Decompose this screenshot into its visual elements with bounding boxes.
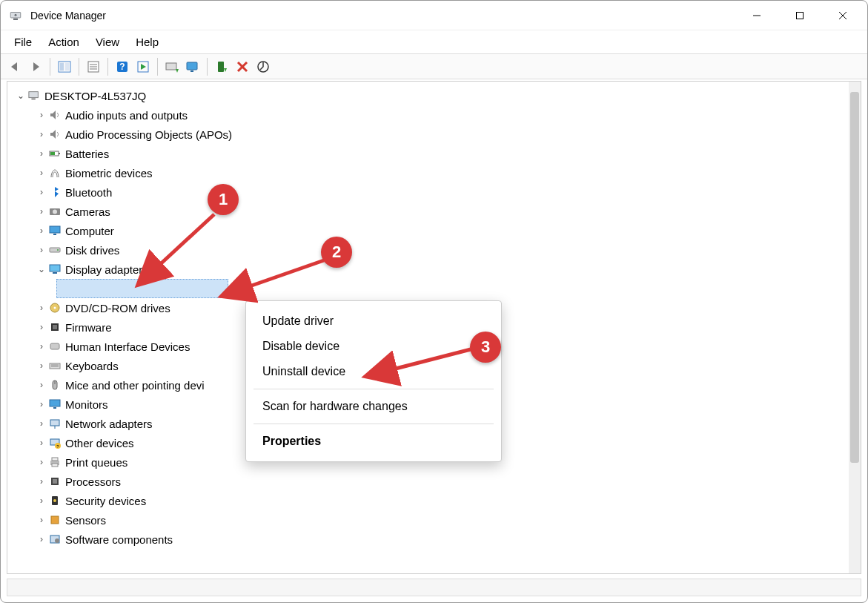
- svg-rect-27: [59, 153, 60, 154]
- tree-node-label: Sensors: [65, 515, 106, 526]
- hid-icon: [47, 340, 62, 352]
- cm-update-driver[interactable]: Update driver: [246, 309, 501, 334]
- tree-child-selected[interactable]: [15, 279, 861, 298]
- question-icon: ?: [47, 437, 62, 449]
- expand-icon[interactable]: ›: [36, 303, 47, 312]
- expand-icon[interactable]: ›: [36, 496, 47, 505]
- display-icon: [47, 263, 62, 275]
- help-button[interactable]: ?: [113, 57, 132, 76]
- monitor-icon: [47, 225, 62, 237]
- svg-rect-9: [65, 62, 69, 70]
- expand-icon[interactable]: ›: [36, 458, 47, 467]
- tree-node[interactable]: ›Disk drives: [15, 240, 861, 260]
- expand-icon[interactable]: ›: [36, 188, 47, 197]
- svg-rect-54: [52, 458, 58, 461]
- tree-root-node[interactable]: ⌄ DESKTOP-4L537JQ: [15, 86, 861, 105]
- cm-disable-device[interactable]: Disable device: [246, 334, 501, 359]
- bluetooth-icon: [47, 186, 62, 198]
- expand-icon[interactable]: ›: [36, 342, 47, 351]
- tree-node[interactable]: ›Sensors: [15, 510, 861, 530]
- tree-node[interactable]: ›Software components: [15, 530, 861, 549]
- expand-icon[interactable]: ›: [36, 535, 47, 544]
- tree-node[interactable]: ›Batteries: [15, 144, 861, 163]
- back-button[interactable]: [5, 57, 24, 76]
- expand-icon[interactable]: ⌄: [36, 265, 47, 274]
- expand-icon[interactable]: ›: [36, 438, 47, 447]
- expand-icon[interactable]: ›: [36, 400, 47, 409]
- svg-rect-31: [50, 226, 60, 233]
- tree-node[interactable]: ›Cameras: [15, 202, 861, 221]
- tree-node[interactable]: ›Security devices: [15, 491, 861, 510]
- menu-action[interactable]: Action: [41, 33, 87, 51]
- scrollbar-thumb[interactable]: [850, 92, 859, 463]
- expand-icon[interactable]: ›: [36, 361, 47, 370]
- expand-icon[interactable]: ›: [36, 323, 47, 332]
- cm-properties[interactable]: Properties: [246, 429, 501, 454]
- maximize-button[interactable]: [778, 1, 821, 30]
- context-menu-separator: [254, 389, 494, 389]
- svg-point-34: [57, 249, 59, 251]
- tree-node[interactable]: ›Audio inputs and outputs: [15, 105, 861, 125]
- tree-node[interactable]: ›Processors: [15, 472, 861, 491]
- expand-icon[interactable]: ›: [36, 226, 47, 235]
- svg-rect-41: [50, 343, 59, 349]
- tree-node-label: Display adapters: [65, 264, 148, 275]
- properties-button[interactable]: [84, 57, 103, 76]
- tree-node[interactable]: ›Computer: [15, 221, 861, 240]
- tree-node[interactable]: ›Biometric devices: [15, 163, 861, 182]
- tree-node-label: Cameras: [65, 206, 110, 217]
- show-hide-console-tree-button[interactable]: [55, 57, 74, 76]
- action-button[interactable]: [133, 57, 153, 76]
- tree-node-label: Disk drives: [65, 245, 119, 256]
- camera-icon: [47, 205, 62, 217]
- update-driver-button[interactable]: [162, 57, 182, 76]
- minimize-button[interactable]: [735, 1, 778, 30]
- tree-node-label: Software components: [65, 534, 173, 545]
- speaker-icon: [47, 109, 62, 121]
- vertical-scrollbar[interactable]: [849, 82, 861, 573]
- expand-icon[interactable]: ›: [36, 246, 47, 254]
- expand-icon[interactable]: ›: [36, 168, 47, 177]
- cm-uninstall-device[interactable]: Uninstall device: [246, 359, 501, 384]
- toolbar-separator: [157, 58, 158, 76]
- expand-icon[interactable]: ›: [36, 130, 47, 139]
- tree-node-label: Batteries: [65, 148, 109, 159]
- svg-point-38: [54, 307, 56, 309]
- svg-rect-4: [797, 12, 804, 19]
- disable-device-button[interactable]: [254, 57, 273, 76]
- tree-node[interactable]: ⌄Display adapters: [15, 260, 861, 279]
- tree-node[interactable]: ›Bluetooth: [15, 182, 861, 202]
- annotation-number: 1: [219, 190, 228, 209]
- close-button[interactable]: [821, 1, 864, 30]
- svg-point-59: [53, 499, 56, 502]
- tree-node-label: Print queues: [65, 457, 127, 468]
- monitor-icon: [47, 398, 62, 410]
- cm-scan-hardware[interactable]: Scan for hardware changes: [246, 394, 501, 419]
- collapse-icon[interactable]: ⌄: [15, 91, 27, 100]
- expand-icon[interactable]: ›: [36, 515, 47, 524]
- app-icon: [8, 8, 23, 23]
- enable-device-button[interactable]: [212, 57, 231, 76]
- uninstall-device-button[interactable]: [233, 57, 252, 76]
- tree-node[interactable]: ›Audio Processing Objects (APOs): [15, 125, 861, 144]
- svg-rect-49: [50, 420, 59, 426]
- forward-button[interactable]: [26, 57, 45, 76]
- tree-node-label: Audio Processing Objects (APOs): [65, 129, 232, 140]
- window-controls: [735, 1, 864, 30]
- menu-file[interactable]: File: [7, 33, 39, 51]
- svg-text:?: ?: [119, 62, 125, 72]
- expand-icon[interactable]: ›: [36, 380, 47, 389]
- expand-icon[interactable]: ›: [36, 207, 47, 216]
- tree-node-label: Monitors: [65, 399, 108, 410]
- battery-icon: [47, 148, 62, 159]
- menu-help[interactable]: Help: [128, 33, 166, 51]
- menu-view[interactable]: View: [88, 33, 127, 51]
- svg-rect-47: [50, 400, 60, 406]
- toolbar-separator: [107, 58, 108, 76]
- scan-hardware-button[interactable]: [183, 57, 202, 76]
- expand-icon[interactable]: ›: [36, 111, 47, 119]
- expand-icon[interactable]: ›: [36, 419, 47, 428]
- svg-rect-57: [53, 479, 57, 484]
- expand-icon[interactable]: ›: [36, 149, 47, 158]
- expand-icon[interactable]: ›: [36, 477, 47, 486]
